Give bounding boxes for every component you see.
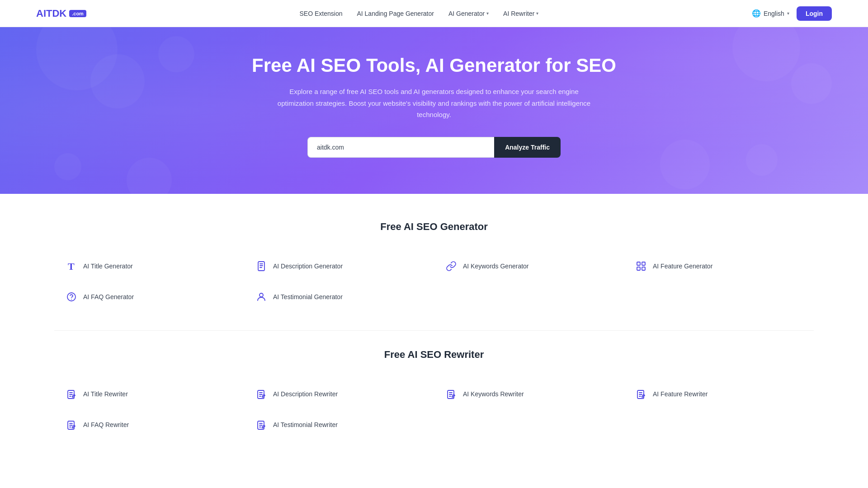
chevron-down-icon: ▾ (536, 11, 538, 16)
edit-icon (255, 388, 268, 400)
logo[interactable]: AITDK .com (36, 8, 86, 19)
question-icon (65, 291, 78, 303)
rewriter-tools-grid: AI Title RewriterAI Description Rewriter… (54, 379, 814, 440)
main-content: Free AI SEO Generator TAI Title Generato… (0, 194, 868, 485)
document-icon (255, 260, 268, 272)
tool-label-faq-gen: AI FAQ Generator (83, 293, 134, 300)
tool-item-testimonial-rew[interactable]: AI Testimonial Rewriter (244, 409, 434, 440)
grid-icon (635, 260, 647, 272)
language-selector[interactable]: 🌐 English ▾ (752, 9, 789, 18)
globe-icon: 🌐 (752, 9, 761, 18)
section-divider (54, 330, 814, 331)
svg-point-9 (67, 293, 75, 301)
hero-title: Free AI SEO Tools, AI Generator for SEO (252, 54, 616, 77)
edit-icon (445, 388, 458, 400)
analyze-traffic-button[interactable]: Analyze Traffic (494, 137, 561, 158)
nav-links: SEO Extension AI Landing Page Generator … (300, 10, 539, 17)
rewriter-section-title: Free AI SEO Rewriter (54, 349, 814, 361)
edit-icon (255, 418, 268, 431)
tool-label-testimonial-gen: AI Testimonial Generator (273, 293, 343, 300)
svg-rect-1 (258, 262, 264, 271)
logo-badge: .com (69, 10, 86, 17)
svg-rect-8 (642, 267, 645, 270)
navbar: AITDK .com SEO Extension AI Landing Page… (0, 0, 868, 27)
hero-subtitle: Explore a range of free AI SEO tools and… (276, 86, 592, 121)
tool-label-keywords-gen: AI Keywords Generator (463, 263, 529, 270)
tool-item-title-gen[interactable]: TAI Title Generator (54, 251, 244, 282)
tool-item-feature-gen[interactable]: AI Feature Generator (624, 251, 814, 282)
tool-item-title-rew[interactable]: AI Title Rewriter (54, 379, 244, 409)
search-bar: Analyze Traffic (307, 137, 561, 158)
edit-icon (635, 388, 647, 400)
svg-text:T: T (68, 261, 75, 272)
tool-item-feature-rew[interactable]: AI Feature Rewriter (624, 379, 814, 409)
edit-icon (65, 418, 78, 431)
tool-item-desc-rew[interactable]: AI Description Rewriter (244, 379, 434, 409)
tool-label-desc-gen: AI Description Generator (273, 263, 343, 270)
nav-seo-extension[interactable]: SEO Extension (300, 10, 343, 17)
person-icon (255, 291, 268, 303)
svg-rect-7 (637, 267, 640, 270)
tool-label-desc-rew: AI Description Rewriter (273, 390, 338, 398)
generator-section-title: Free AI SEO Generator (54, 221, 814, 233)
tool-label-feature-gen: AI Feature Generator (653, 263, 712, 270)
chevron-down-icon: ▾ (787, 11, 789, 16)
title-icon: T (65, 260, 78, 272)
svg-point-11 (259, 293, 263, 297)
tool-label-testimonial-rew: AI Testimonial Rewriter (273, 421, 338, 428)
tool-label-feature-rew: AI Feature Rewriter (653, 390, 708, 398)
tool-label-title-gen: AI Title Generator (83, 263, 133, 270)
nav-right: 🌐 English ▾ Login (752, 6, 832, 21)
nav-ai-generator[interactable]: AI Generator ▾ (448, 10, 489, 17)
hero-section: Free AI SEO Tools, AI Generator for SEO … (0, 27, 868, 194)
tool-item-desc-gen[interactable]: AI Description Generator (244, 251, 434, 282)
tool-item-testimonial-gen[interactable]: AI Testimonial Generator (244, 282, 434, 312)
tool-label-faq-rew: AI FAQ Rewriter (83, 421, 129, 428)
tool-item-keywords-gen[interactable]: AI Keywords Generator (434, 251, 624, 282)
nav-ai-rewriter[interactable]: AI Rewriter ▾ (503, 10, 538, 17)
tool-item-faq-gen[interactable]: AI FAQ Generator (54, 282, 244, 312)
generator-tools-grid: TAI Title GeneratorAI Description Genera… (54, 251, 814, 312)
edit-icon (65, 388, 78, 400)
svg-rect-6 (642, 262, 645, 265)
link-icon (445, 260, 458, 272)
login-button[interactable]: Login (797, 6, 832, 21)
tool-item-keywords-rew[interactable]: AI Keywords Rewriter (434, 379, 624, 409)
tool-label-title-rew: AI Title Rewriter (83, 390, 128, 398)
logo-text: AITDK (36, 8, 66, 19)
nav-ai-landing-page[interactable]: AI Landing Page Generator (357, 10, 434, 17)
chevron-down-icon: ▾ (486, 11, 489, 16)
search-input[interactable] (307, 137, 494, 158)
tool-label-keywords-rew: AI Keywords Rewriter (463, 390, 524, 398)
tool-item-faq-rew[interactable]: AI FAQ Rewriter (54, 409, 244, 440)
svg-rect-5 (637, 262, 640, 265)
